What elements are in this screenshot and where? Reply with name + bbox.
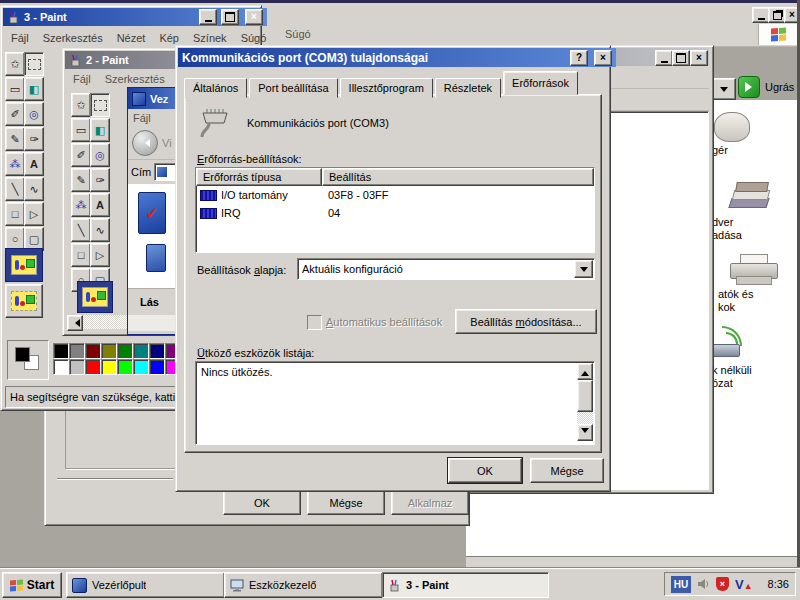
table-row[interactable]: I/O tartomány 03F8 - 03FF	[196, 186, 594, 204]
menu-file[interactable]: Fájl	[11, 32, 29, 44]
scroll-up-button[interactable]	[577, 363, 593, 380]
hardware-icon[interactable]	[728, 184, 770, 210]
close-icon[interactable]: ×	[245, 9, 263, 25]
palette-swatch[interactable]	[101, 343, 117, 359]
tool-magnifier[interactable]: ◎	[90, 143, 110, 167]
cancel-button[interactable]: Mégse	[530, 458, 604, 483]
scroll-left-button[interactable]	[67, 315, 83, 331]
tool-select[interactable]	[24, 52, 44, 76]
help-button[interactable]: ?	[570, 50, 588, 66]
wireless-label[interactable]: k nélküli ózat	[712, 364, 752, 390]
tab-eroforrasok[interactable]: Erőforrások	[503, 71, 578, 95]
palette-swatch[interactable]	[53, 359, 69, 375]
menu-help[interactable]: Súgó	[285, 28, 311, 40]
column-header-value[interactable]: Beállítás	[322, 168, 594, 186]
maximize-button[interactable]	[672, 50, 690, 66]
table-row[interactable]: IRQ 04	[196, 204, 594, 222]
tool-magnifier[interactable]: ◎	[24, 102, 44, 126]
tool-pencil[interactable]: ✎	[71, 168, 91, 192]
language-indicator[interactable]: HU	[671, 576, 691, 593]
tool-option-opaque[interactable]	[5, 248, 43, 282]
tool-polygon[interactable]: ▷	[24, 202, 44, 226]
paint3-titlebar[interactable]: 3 - Paint ×	[3, 8, 267, 26]
clock[interactable]: 8:36	[768, 578, 789, 590]
tool-eraser[interactable]: ▭	[71, 118, 91, 142]
palette-swatch[interactable]	[69, 359, 85, 375]
tool-freeform-select[interactable]: ✩	[5, 52, 25, 76]
palette-swatch[interactable]	[117, 359, 133, 375]
palette-swatch[interactable]	[133, 343, 149, 359]
menu-file[interactable]: Fájl	[73, 73, 91, 85]
menu-edit[interactable]: Szerkesztés	[105, 73, 165, 85]
close-icon[interactable]: ×	[594, 50, 612, 66]
palette-swatch[interactable]	[85, 343, 101, 359]
ok-button[interactable]: OK	[448, 458, 522, 483]
column-header-type[interactable]: Erőforrás típusa	[196, 168, 322, 186]
printer-icon[interactable]	[730, 254, 778, 284]
minimize-button[interactable]	[199, 9, 217, 25]
menu-view[interactable]: Nézet	[117, 32, 146, 44]
scrollbar-thumb[interactable]	[577, 380, 593, 412]
scrollbar-track[interactable]	[577, 412, 593, 424]
antivirus-icon[interactable]: V▲	[735, 577, 753, 592]
mouse-label[interactable]: gér	[712, 144, 728, 156]
back-button[interactable]	[132, 130, 158, 156]
palette-swatch[interactable]	[117, 343, 133, 359]
tool-curve[interactable]: ∿	[90, 218, 110, 242]
tab-illesztoprogram[interactable]: Illesztőprogram	[340, 78, 433, 98]
task-button-eszkozkezelo[interactable]: Eszközkezelő	[224, 572, 383, 598]
speaker-icon[interactable]	[697, 578, 710, 590]
tool-eraser[interactable]: ▭	[5, 77, 25, 101]
tool-curve[interactable]: ∿	[24, 177, 44, 201]
scroll-down-button[interactable]	[577, 424, 593, 441]
cancel-button[interactable]: Mégse	[307, 490, 385, 515]
menu-file[interactable]: Fájl	[133, 112, 151, 124]
security-shield-icon[interactable]: ×	[716, 577, 729, 591]
palette-swatch[interactable]	[85, 359, 101, 375]
menu-colors[interactable]: Színek	[193, 32, 227, 44]
minimize-button[interactable]	[655, 50, 673, 66]
tab-altalanos[interactable]: Általános	[184, 78, 247, 98]
tool-airbrush[interactable]: ⁂	[5, 152, 25, 176]
tool-option-opaque[interactable]	[77, 281, 113, 313]
hardware-label[interactable]: dver adása	[712, 216, 742, 242]
current-colors[interactable]	[7, 340, 49, 380]
tool-pencil[interactable]: ✎	[5, 127, 25, 151]
conflict-list[interactable]: Nincs ütközés.	[195, 361, 595, 445]
menu-edit[interactable]: Szerkesztés	[43, 32, 103, 44]
dialog-titlebar[interactable]: Kommunikációs port (COM3) tulajdonságai …	[178, 48, 616, 67]
task-button-paint3[interactable]: 3 - Paint	[382, 572, 549, 598]
tool-freeform-select[interactable]: ✩	[71, 93, 91, 117]
mouse-icon[interactable]	[714, 112, 750, 142]
tool-color-picker[interactable]: ✐	[71, 143, 91, 167]
palette-swatch[interactable]	[101, 359, 117, 375]
tool-color-picker[interactable]: ✐	[5, 102, 25, 126]
tool-rectangle[interactable]: □	[71, 243, 91, 267]
palette-swatch[interactable]	[149, 359, 165, 375]
tool-brush[interactable]: ✑	[24, 127, 44, 151]
tool-fill[interactable]: ◧	[90, 118, 110, 142]
tool-polygon[interactable]: ▷	[90, 243, 110, 267]
tab-port-beallitasa[interactable]: Port beállítása	[249, 78, 337, 98]
maximize-button[interactable]	[221, 9, 239, 25]
tab-reszletek[interactable]: Részletek	[435, 78, 501, 98]
configuration-combobox[interactable]: Aktuális konfiguráció	[297, 258, 595, 280]
palette-swatch[interactable]	[133, 359, 149, 375]
tool-text[interactable]: A	[90, 193, 110, 217]
tool-text[interactable]: A	[24, 152, 44, 176]
task-button-vezerlopult[interactable]: Vezérlőpult	[66, 572, 225, 598]
resource-list[interactable]: Erőforrás típusa Beállítás I/O tartomány…	[195, 167, 595, 253]
tool-airbrush[interactable]: ⁂	[71, 193, 91, 217]
tool-line[interactable]: ╲	[71, 218, 91, 242]
category-icon[interactable]	[146, 244, 166, 272]
ok-button[interactable]: OK	[223, 490, 301, 515]
palette-swatch[interactable]	[69, 343, 85, 359]
close-icon[interactable]: ×	[690, 50, 708, 66]
tool-brush[interactable]: ✑	[90, 168, 110, 192]
modify-setting-button[interactable]: Beállítás módosítása...	[455, 309, 597, 334]
go-button[interactable]: Ugrás	[738, 76, 798, 98]
palette-swatch[interactable]	[149, 343, 165, 359]
vertical-scrollbar[interactable]	[577, 363, 593, 441]
wireless-icon[interactable]	[708, 326, 754, 358]
tool-option-transparent[interactable]	[5, 284, 43, 318]
